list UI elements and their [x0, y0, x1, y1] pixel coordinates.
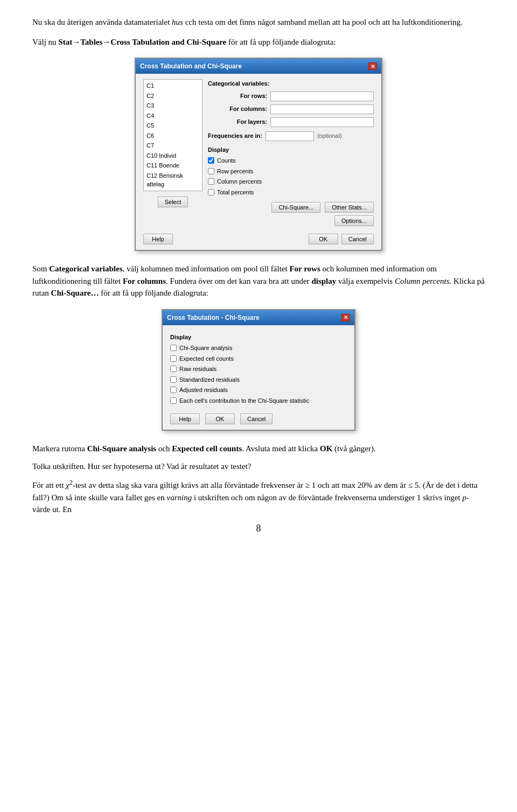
raw-residuals-label: Raw residuals: [179, 365, 216, 374]
select-btn-area: Select: [158, 197, 188, 207]
arrow1: →: [72, 38, 80, 46]
chi-sq-analysis-label: Chi-Square analysis: [179, 344, 232, 353]
para3-bold5: Chi-Square…: [51, 289, 99, 297]
col-percents-label: Column percents: [217, 177, 262, 186]
var-c1[interactable]: C1: [145, 81, 201, 91]
dialog2-title: Cross Tabulation - Chi-Square: [167, 313, 260, 323]
para2-cont: för att få upp följande dialogruta:: [226, 38, 336, 46]
col-percents-checkbox[interactable]: [208, 178, 214, 185]
standardized-residuals-row: Standardized residuals: [170, 375, 347, 384]
var-c10[interactable]: C10 Individ: [145, 151, 201, 161]
var-c5[interactable]: C5: [145, 121, 201, 131]
para4-cont3: (två gånger).: [332, 444, 375, 453]
expected-cell-counts-checkbox[interactable]: [170, 355, 177, 362]
para3-pre: Som: [32, 264, 49, 273]
para4-bold3: OK: [320, 444, 332, 453]
para4-bold2: Expected cell counts: [172, 444, 242, 453]
dialog2-display-section: Display Chi-Square analysis Expected cel…: [170, 333, 347, 405]
chi-square-button[interactable]: Chi-Square...: [271, 202, 320, 213]
para4-pre: Markera rutorna: [32, 444, 87, 453]
page-number: 8: [32, 521, 485, 536]
standardized-residuals-checkbox[interactable]: [170, 376, 177, 383]
rows-field-row: For rows:: [208, 92, 374, 101]
select-button[interactable]: Select: [158, 197, 188, 207]
chi-sq-dialog: Cross Tabulation - Chi-Square ✕ Display …: [162, 309, 355, 431]
freq-row: Frequencies are in: (optional): [208, 131, 374, 141]
dialog2-display-title: Display: [170, 333, 347, 342]
display-section: Display Counts Row percents Column perce…: [208, 145, 374, 197]
dialog2-ok-button[interactable]: OK: [205, 414, 235, 424]
var-c3[interactable]: C3: [145, 101, 201, 111]
para2-pre: Välj nu: [32, 38, 58, 46]
para2-bold2: Tables: [80, 38, 102, 46]
dialog1-wrapper: Cross Tabulation and Chi-Square ✕ C1 C2 …: [32, 58, 485, 251]
para3-bold2: For rows: [289, 264, 320, 273]
para6-cont2: i utskriften och om någon av de förvänta…: [192, 493, 462, 502]
vars-list: C1 C2 C3 C4 C5 C6 C7 C10 Individ C11 Boe…: [143, 79, 202, 191]
ok-cancel-group: OK Cancel: [309, 234, 374, 244]
para3-cont1: , välj kolumnen med information om pool …: [122, 264, 289, 273]
freq-input[interactable]: [266, 131, 314, 141]
para2-bold3: Cross Tabulation and Chi-Square: [110, 38, 226, 46]
dialog1-close-button[interactable]: ✕: [368, 62, 377, 70]
para3-bold1: Categorical variables: [49, 264, 122, 273]
dialog2-wrapper: Cross Tabulation - Chi-Square ✕ Display …: [32, 309, 485, 431]
chi-other-row: Chi-Square... Other Stats...: [271, 202, 374, 213]
cat-vars-label: Categorical variables:: [208, 79, 374, 88]
arrow2: →: [102, 38, 110, 46]
paragraph-3: Som Categorical variables, välj kolumnen…: [32, 263, 485, 299]
para3-cont6: för att få upp följande dialogruta:: [99, 289, 208, 297]
right-action-buttons: Chi-Square... Other Stats... Options...: [208, 202, 374, 226]
each-cell-label: Each cell's contribution to the Chi-Squa…: [179, 396, 309, 405]
counts-checkbox[interactable]: [208, 157, 214, 164]
var-c4[interactable]: C4: [145, 111, 201, 121]
options-button[interactable]: Options...: [334, 215, 374, 226]
dialog2-cancel-button[interactable]: Cancel: [240, 414, 273, 424]
para3-bold4: display: [311, 277, 336, 285]
cols-input[interactable]: [270, 104, 374, 114]
para3-italic: Column percents: [395, 277, 450, 285]
dialog1-left-panel: C1 C2 C3 C4 C5 C6 C7 C10 Individ C11 Boe…: [143, 79, 202, 226]
var-c2[interactable]: C2: [145, 91, 201, 101]
row-percents-checkbox[interactable]: [208, 168, 214, 174]
raw-residuals-checkbox[interactable]: [170, 366, 177, 372]
para3-cont3: . Fundera över om det kan vara bra att u…: [166, 277, 311, 285]
dialog2-help-button[interactable]: Help: [170, 414, 200, 424]
para4-cont1: och: [156, 444, 172, 453]
dialog2-close-button[interactable]: ✕: [341, 314, 350, 321]
dialog1-body: C1 C2 C3 C4 C5 C6 C7 C10 Individ C11 Boe…: [136, 74, 381, 250]
other-stats-button[interactable]: Other Stats...: [325, 202, 374, 213]
layers-input[interactable]: [270, 117, 374, 127]
raw-residuals-row: Raw residuals: [170, 365, 347, 374]
total-percents-checkbox[interactable]: [208, 189, 214, 195]
layers-field-row: For layers:: [208, 117, 374, 127]
each-cell-checkbox[interactable]: [170, 397, 177, 404]
chi-sq-analysis-checkbox[interactable]: [170, 345, 177, 351]
adjusted-residuals-row: Adjusted residuals: [170, 386, 347, 395]
dialog1-title: Cross Tabulation and Chi-Square: [140, 61, 242, 71]
para1-italic: hus: [172, 18, 183, 26]
paragraph-2: Välj nu Stat→Tables→Cross Tabulation and…: [32, 36, 485, 48]
var-c11[interactable]: C11 Boende: [145, 160, 201, 171]
ok-button[interactable]: OK: [309, 234, 338, 244]
var-c12[interactable]: C12 Bensinsk attelag: [145, 171, 201, 190]
each-cell-row: Each cell's contribution to the Chi-Squa…: [170, 396, 347, 405]
freq-label: Frequencies are in:: [208, 131, 262, 141]
rows-label: For rows:: [208, 92, 267, 101]
dialog1-main-panel: C1 C2 C3 C4 C5 C6 C7 C10 Individ C11 Boe…: [143, 79, 374, 226]
var-c6[interactable]: C6: [145, 131, 201, 141]
cols-field-row: For columns:: [208, 104, 374, 114]
rows-input[interactable]: [270, 92, 374, 101]
cancel-button[interactable]: Cancel: [341, 234, 374, 244]
adjusted-residuals-checkbox[interactable]: [170, 387, 177, 393]
dialog2-titlebar: Cross Tabulation - Chi-Square ✕: [163, 310, 354, 325]
optional-label: (optional): [317, 131, 342, 141]
paragraph-6: För att ett χ2-test av detta slag ska va…: [32, 478, 485, 516]
dialog1-titlebar: Cross Tabulation and Chi-Square ✕: [136, 59, 381, 74]
row-percents-row: Row percents: [208, 167, 374, 176]
var-c7[interactable]: C7: [145, 141, 201, 151]
para6-italic: varning: [167, 493, 192, 502]
para4-cont2: . Avsluta med att klicka: [242, 444, 320, 453]
help-button[interactable]: Help: [143, 234, 173, 244]
col-percents-row: Column percents: [208, 177, 374, 186]
